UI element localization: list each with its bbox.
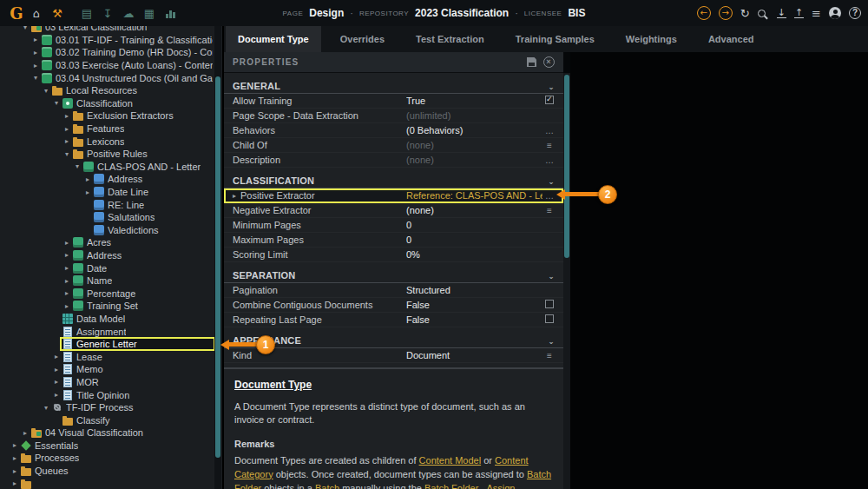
help-link[interactable]: Content Model	[419, 455, 482, 466]
tree-item-date-line[interactable]: ▸Date Line	[0, 186, 214, 199]
property-row-page-scope-data-extraction[interactable]: Page Scope - Data Extraction(unlimited)	[224, 109, 563, 123]
tree-item-title-opinion[interactable]: ▸Title Opinion	[0, 388, 214, 401]
section-header-classification[interactable]: CLASSIFICATION⌄	[224, 171, 563, 188]
tree-item-classification[interactable]: ▾Classification	[0, 97, 214, 110]
tab-weightings[interactable]: Weightings	[614, 26, 689, 52]
tab-advanced[interactable]: Advanced	[696, 26, 766, 52]
chevron-right-icon[interactable]: ▸	[62, 137, 71, 145]
home-icon[interactable]: ⌂	[26, 7, 47, 20]
tree-item-mor[interactable]: ▸MOR	[0, 376, 214, 389]
chevron-right-icon[interactable]: ▸	[10, 441, 19, 449]
tree-item-local-resources[interactable]: ▾Local Resources	[0, 84, 214, 97]
tree-item-acres[interactable]: ▸Acres	[0, 236, 214, 249]
chevron-down-icon[interactable]: ▾	[52, 99, 61, 107]
help-icon[interactable]: ?	[849, 7, 861, 19]
chevron-right-icon[interactable]: ▸	[21, 429, 30, 437]
tab-test-extraction[interactable]: Test Extraction	[404, 26, 496, 52]
tree-item-03-01-tf-idf-training-classification-e[interactable]: ▸03.01 TF-IDF - Training & Classificatio…	[0, 34, 214, 47]
property-value[interactable]: Reference: CLAS-POS AND - Letter	[406, 190, 542, 201]
forward-icon[interactable]: →	[719, 6, 733, 20]
stats-icon[interactable]	[160, 9, 181, 18]
save-icon[interactable]	[527, 57, 536, 67]
chevron-down-icon[interactable]: ▾	[42, 87, 50, 95]
chevron-down-icon[interactable]: ▾	[31, 74, 40, 82]
search-icon[interactable]	[758, 10, 766, 17]
checkbox-checked-icon[interactable]	[545, 96, 554, 104]
chevron-down-icon[interactable]: ⌄	[548, 83, 555, 91]
tree-item-03-03-exercise-auto-loans-content-m[interactable]: ▸03.03 Exercise (Auto Loans) - Content M	[0, 59, 214, 72]
chevron-down-icon[interactable]: ▾	[42, 404, 50, 412]
tree-item-classify[interactable]: Classify	[0, 413, 214, 426]
chevron-right-icon[interactable]: ▸	[10, 479, 19, 487]
property-row-minimum-pages[interactable]: Minimum Pages0	[224, 218, 563, 233]
chevron-right-icon[interactable]: ▸	[52, 391, 61, 399]
chevron-right-icon[interactable]: ▸	[52, 366, 61, 373]
expander-icon[interactable]: ▸	[233, 192, 240, 200]
checkbox-unchecked-icon[interactable]	[545, 314, 554, 323]
batches-icon[interactable]: ▦	[139, 7, 160, 20]
account-icon[interactable]	[829, 7, 841, 19]
tree-item-percentage[interactable]: ▸Percentage	[0, 287, 214, 300]
cloud-icon[interactable]: ☁	[118, 7, 139, 20]
tree-item-address[interactable]: ▸Address	[0, 249, 214, 262]
chevron-right-icon[interactable]: ▸	[52, 378, 61, 386]
tree-item-item[interactable]: ▸	[0, 477, 214, 489]
chevron-right-icon[interactable]: ▸	[52, 353, 61, 360]
chevron-right-icon[interactable]: ▸	[31, 49, 40, 56]
chevron-right-icon[interactable]: ▸	[62, 277, 71, 285]
tree-item-salutations[interactable]: Salutations	[0, 211, 214, 224]
tree-item-exclusion-extractors[interactable]: ▸Exclusion Extractors	[0, 109, 214, 122]
menu-button[interactable]: ≡	[542, 206, 556, 215]
documents-icon[interactable]: ▤	[76, 7, 97, 20]
properties-scrollbar-thumb[interactable]	[564, 75, 569, 258]
back-icon[interactable]: ←	[697, 6, 711, 20]
property-row-positive-extractor[interactable]: ▸Positive ExtractorReference: CLAS-POS A…	[224, 188, 563, 203]
download-icon[interactable]: ↓	[777, 8, 786, 18]
checkbox-unchecked-icon[interactable]	[545, 300, 554, 308]
chevron-down-icon[interactable]: ▾	[73, 162, 82, 170]
refresh-icon[interactable]: ↻	[740, 7, 750, 20]
tree-item-valedictions[interactable]: Valedictions	[0, 224, 214, 237]
tree-item-re-line[interactable]: RE: Line	[0, 198, 214, 211]
property-control[interactable]	[542, 96, 556, 106]
tree-item-name[interactable]: ▸Name	[0, 274, 214, 287]
tree-item-processes[interactable]: ▸Processes	[0, 452, 214, 465]
chevron-down-icon[interactable]: ⌄	[548, 177, 555, 186]
tree-item-03-lexical-classification[interactable]: ▾03 Lexical Classification	[0, 26, 214, 34]
tree-item-essentials[interactable]: ▸Essentials	[0, 439, 214, 453]
tree-item-queues[interactable]: ▸Queues	[0, 465, 214, 478]
section-header-separation[interactable]: SEPARATION⌄	[224, 266, 563, 283]
tree-item-data-model[interactable]: Data Model	[0, 313, 214, 326]
ellipsis-button[interactable]: …	[542, 126, 556, 135]
tree-scrollbar[interactable]	[214, 26, 221, 489]
section-header-general[interactable]: GENERAL⌄	[224, 76, 563, 94]
chevron-right-icon[interactable]: ▸	[62, 125, 71, 133]
tree-item-address[interactable]: ▸Address	[0, 173, 214, 186]
property-row-behaviors[interactable]: Behaviors(0 Behaviors)…	[224, 123, 563, 138]
layers-icon[interactable]: ≡	[812, 7, 821, 20]
upload-icon[interactable]: ↑	[794, 8, 804, 18]
tree-item-03-04-unstructured-docs-oil-and-gas[interactable]: ▾03.04 Unstructured Docs (Oil and Gas) -	[0, 71, 214, 84]
property-row-description[interactable]: Description(none)…	[224, 153, 563, 168]
chevron-right-icon[interactable]: ▸	[83, 188, 92, 196]
tree-item-generic-letter[interactable]: Generic Letter	[0, 338, 214, 351]
tree-item-tf-idf-process[interactable]: ▾TF-IDF Process	[0, 401, 214, 414]
tab-training-samples[interactable]: Training Samples	[503, 26, 607, 52]
repository-value[interactable]: 2023 Classification	[415, 7, 509, 19]
tree-scrollbar-thumb[interactable]	[215, 76, 220, 458]
chevron-right-icon[interactable]: ▸	[31, 36, 40, 43]
chevron-right-icon[interactable]: ▸	[31, 62, 40, 69]
page-value[interactable]: Design	[309, 7, 344, 19]
chevron-right-icon[interactable]: ▸	[62, 289, 71, 297]
tree-item-03-02-training-demo-hr-docs-conten[interactable]: ▸03.02 Training Demo (HR Docs) - Conten	[0, 46, 214, 59]
property-row-scoring-limit[interactable]: Scoring Limit0%	[224, 248, 563, 262]
chevron-right-icon[interactable]: ▸	[62, 251, 71, 259]
chevron-down-icon[interactable]: ▾	[21, 26, 30, 31]
tree-item-lease[interactable]: ▸Lease	[0, 350, 214, 363]
chevron-right-icon[interactable]: ▸	[62, 264, 71, 272]
property-row-negative-extractor[interactable]: Negative Extractor(none)≡	[224, 203, 563, 218]
property-row-repeating-last-page[interactable]: Repeating Last PageFalse	[224, 313, 563, 327]
ellipsis-button[interactable]: …	[542, 191, 556, 201]
tree-item-assignment[interactable]: Assignment	[0, 325, 214, 338]
chevron-right-icon[interactable]: ▸	[62, 112, 71, 120]
